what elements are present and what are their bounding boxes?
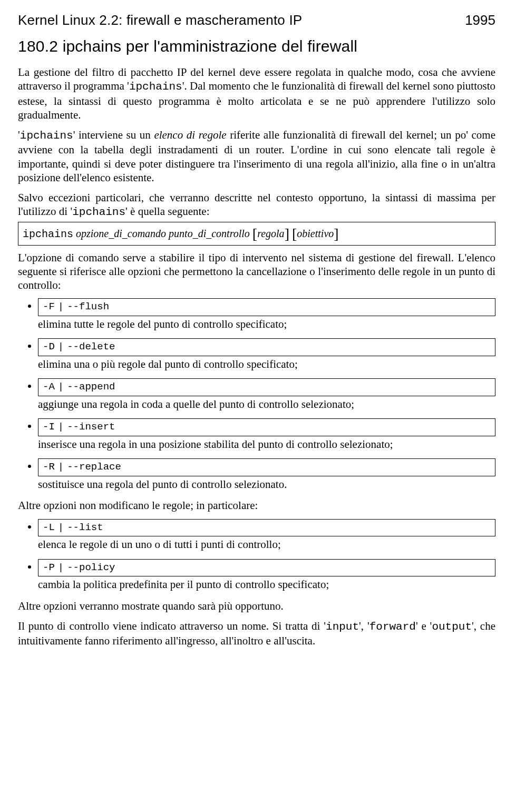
option-long: --insert	[67, 421, 115, 433]
paragraph: L'opzione di comando serve a stabilire i…	[18, 251, 495, 292]
option-separator: |	[55, 381, 67, 393]
running-header: Kernel Linux 2.2: firewall e mascheramen…	[18, 12, 495, 29]
inline-code: forward	[369, 621, 416, 633]
section-number: 180.2	[18, 37, 58, 55]
section-title-text: ipchains per l'amministrazione del firew…	[63, 37, 358, 55]
list-item: -P|--policy cambia la politica predefini…	[38, 559, 495, 592]
text: ' interviene su un	[73, 129, 154, 141]
text: ', '	[359, 620, 369, 632]
list-item: -R|--replace sostituisce una regola del …	[38, 458, 495, 491]
option-description: elenca le regole di un uno o di tutti i …	[38, 537, 495, 551]
syntax-arg: punto_di_controllo	[169, 228, 250, 239]
bracket-close: ]	[285, 226, 289, 242]
option-short: -F	[43, 301, 55, 312]
page-number: 1995	[465, 12, 495, 29]
emphasis: elenco di regole	[154, 129, 226, 141]
list-item: -A|--append aggiunge una regola in coda …	[38, 378, 495, 411]
option-description: elimina tutte le regole del punto di con…	[38, 317, 495, 331]
option-code: -P|--policy	[38, 559, 495, 577]
option-long: --append	[67, 381, 115, 393]
bracket-close: ]	[334, 226, 338, 242]
paragraph: Salvo eccezioni particolari, che verrann…	[18, 191, 495, 220]
option-short: -A	[43, 381, 55, 393]
option-separator: |	[55, 461, 67, 473]
option-long: --policy	[67, 562, 115, 573]
paragraph: 'ipchains' interviene su un elenco di re…	[18, 128, 495, 184]
option-separator: |	[55, 341, 67, 353]
paragraph: La gestione del filtro di pacchetto IP d…	[18, 65, 495, 122]
syntax-opt: regola	[257, 228, 284, 239]
running-title: Kernel Linux 2.2: firewall e mascheramen…	[18, 12, 302, 29]
bracket-open: [	[292, 226, 297, 242]
option-long: --replace	[67, 461, 121, 473]
inline-code: ipchains	[129, 81, 182, 93]
option-separator: |	[55, 562, 67, 573]
option-code: -F|--flush	[38, 298, 495, 316]
inline-code: ipchains	[72, 206, 125, 218]
option-short: -P	[43, 562, 55, 573]
paragraph: Il punto di controllo viene indicato att…	[18, 619, 495, 648]
option-separator: |	[55, 421, 67, 433]
option-code: -A|--append	[38, 378, 495, 396]
section-heading: 180.2 ipchains per l'amministrazione del…	[18, 36, 495, 56]
option-short: -D	[43, 341, 55, 353]
syntax-cmd: ipchains	[23, 228, 73, 240]
bracket-open: [	[252, 226, 257, 242]
list-item: -F|--flush elimina tutte le regole del p…	[38, 298, 495, 331]
syntax-arg: opzione_di_comando	[76, 228, 166, 239]
option-code: -L|--list	[38, 519, 495, 537]
text: Il punto di controllo viene indicato att…	[18, 620, 326, 632]
option-short: -I	[43, 421, 55, 433]
option-separator: |	[55, 301, 67, 312]
syntax-box: ipchains opzione_di_comando punto_di_con…	[18, 222, 495, 246]
option-code: -R|--replace	[38, 458, 495, 476]
option-long: --list	[67, 522, 103, 533]
option-code: -I|--insert	[38, 418, 495, 436]
list-item: -D|--delete elimina una o più regole dal…	[38, 338, 495, 371]
option-short: -R	[43, 461, 55, 473]
inline-code: output	[432, 621, 472, 633]
list-item: -I|--insert inserisce una regola in una …	[38, 418, 495, 451]
text: ' e '	[416, 620, 432, 632]
paragraph: Altre opzioni non modificano le regole; …	[18, 498, 495, 512]
inline-code: input	[326, 621, 359, 633]
text: ' è quella seguente:	[125, 205, 209, 218]
option-code: -D|--delete	[38, 338, 495, 356]
option-description: aggiunge una regola in coda a quelle del…	[38, 397, 495, 411]
syntax-opt: obiettivo	[297, 228, 334, 239]
option-long: --flush	[67, 301, 109, 312]
option-description: cambia la politica predefinita per il pu…	[38, 578, 495, 591]
option-separator: |	[55, 522, 67, 533]
paragraph: Altre opzioni verranno mostrate quando s…	[18, 599, 495, 613]
option-description: inserisce una regola in una posizione st…	[38, 437, 495, 451]
option-description: elimina una o più regole dal punto di co…	[38, 357, 495, 371]
option-list: -F|--flush elimina tutte le regole del p…	[18, 298, 495, 491]
list-item: -L|--list elenca le regole di un uno o d…	[38, 519, 495, 552]
option-description: sostituisce una regola del punto di cont…	[38, 477, 495, 491]
inline-code: ipchains	[20, 130, 73, 142]
option-short: -L	[43, 522, 55, 533]
option-long: --delete	[67, 341, 115, 353]
option-list: -L|--list elenca le regole di un uno o d…	[18, 519, 495, 592]
